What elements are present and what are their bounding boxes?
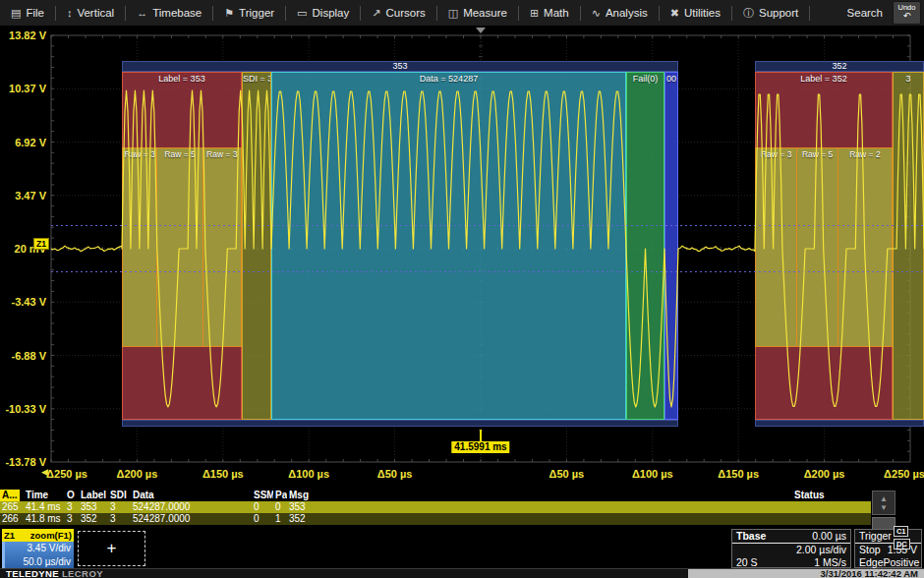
table-header-cell[interactable]: Msg [287,490,792,501]
table-cell: 266 [0,513,24,525]
menu-item-label: Utilities [684,7,721,19]
menu-item-label: Timebase [152,7,202,19]
timebase-descriptor[interactable]: Tbase 0.00 µs 2.00 µs/div 20 S 1 MS/s [731,529,851,568]
z1-time-per-div: 50.0 µs/div [5,555,71,569]
table-cell: 3 [65,513,79,525]
menu-divider [809,6,810,21]
decode-message-header-2: 352 [755,61,924,72]
decode-label-text: Label = 353 [123,74,241,84]
trigger-descriptor[interactable]: Trigger C1 DC Stop 1.55 V Edge Positive [854,529,922,568]
cursors-icon: ↗ [372,7,380,20]
measure-icon: ◫ [448,7,458,20]
menu-item-measure[interactable]: ◫Measure [437,0,518,26]
scroll-down-icon[interactable]: ▼ [880,503,888,512]
trigger-level: 1.55 V [888,544,917,556]
decode-label-text: Label = 352 [756,74,892,84]
z1-name: Z1 [4,529,15,542]
table-cell: 0 [252,513,273,525]
trigger-time-tick [480,430,482,441]
axis-start-arrow-icon: ◀ [41,467,48,477]
menu-item-label: Analysis [606,7,648,19]
v-axis-label: -13.78 V [0,456,46,468]
table-cell: 1 [273,513,287,525]
v-axis-label: 10.37 V [0,83,46,94]
menu-item-label: Vertical [77,7,114,19]
table-cell: 3 [108,513,131,525]
z1-descriptor-body: 3.45 V/div 50.0 µs/div [2,542,74,568]
add-trace-button[interactable]: + [78,531,145,566]
trigger-position-marker [476,28,486,33]
math-icon: ⊞ [530,7,539,20]
raw-value: Raw = 2 [838,149,892,159]
menu-item-label: Measure [463,7,507,19]
table-header-cell[interactable]: SSM [252,490,273,501]
vertical-icon: ↕ [67,7,73,19]
h-axis-label: Δ150 µs [718,468,759,480]
decode-message-footer-1 [122,420,678,427]
table-cell: 265 [0,501,24,513]
menu-item-trigger[interactable]: ⚑Trigger [213,0,285,26]
menu-item-analysis[interactable]: ∿Analysis [581,0,659,26]
raw-value: Raw = 3 [203,149,241,159]
menu-item-label: Cursors [385,7,425,19]
raw-value: Raw = 5 [157,149,202,159]
v-axis-label: 3.47 V [0,190,46,202]
datetime-display: 3/31/2016 11:42:42 AM [688,569,924,578]
menu-item-support[interactable]: ⓘSupport [732,0,809,26]
table-cell [792,513,871,525]
decode-ssm-text: 00 [665,74,677,84]
table-header-cell[interactable]: A... [0,490,24,501]
z1-trace-descriptor[interactable]: Z1 zoom(F1) 3.45 V/div 50.0 µs/div [2,529,74,568]
trigger-source-badge: C1 [894,526,909,537]
file-icon: ▤ [11,7,21,20]
undo-button[interactable]: Undo ↶ [893,1,921,25]
table-header-cell[interactable]: Pa [273,490,287,501]
tbase-label: Tbase [736,530,766,543]
plus-icon: + [107,539,117,558]
h-axis-label: Δ100 µs [288,468,329,480]
z1-descriptor-header: Z1 zoom(F1) [2,529,74,542]
decode-result-table: A...TimeOLabelSDIDataSSMPaMsgStatus26541… [0,490,871,525]
search-button[interactable]: Search [837,7,893,19]
table-cell: 524287.0000 [131,501,252,513]
h-axis-label: Δ50 µs [377,468,413,480]
decode-sdi-text: 3 [894,74,923,84]
decode-fail-text: Fail(0) [627,74,664,84]
table-cell: 41.4 ms [24,501,65,513]
decode-data-segment-1: Data = 524287 [271,72,626,420]
menu-item-utilities[interactable]: ✖Utilities [660,0,731,26]
decode-sdi-segment-2: 3 [893,72,924,420]
table-header-cell[interactable]: Status [792,490,871,501]
decode-message-id: 353 [392,61,407,71]
table-cell [792,501,871,513]
menu-bar: ▤File↕Vertical↔Timebase⚑Trigger▭Display↗… [0,0,924,27]
utilities-icon: ✖ [670,7,679,20]
decode-message-header-1: 353 [122,61,678,72]
table-cell: 3 [108,501,131,513]
menu-item-timebase[interactable]: ↔Timebase [126,0,212,26]
h-axis-label: Δ250 µs [46,468,87,480]
brand-primary: TELEDYNE [6,568,59,578]
menu-item-vertical[interactable]: ↕Vertical [56,0,125,26]
table-header-cell[interactable]: Data [131,490,252,501]
analysis-icon: ∿ [592,7,601,20]
table-row[interactable]: 26641.8 ms33523524287.000001352 [0,513,871,525]
menu-item-math[interactable]: ⊞Math [519,0,580,26]
table-scroll-buttons[interactable]: ▲ ▼ [872,491,895,515]
scroll-up-icon[interactable]: ▲ [880,494,888,503]
table-header-cell[interactable]: O [65,490,79,501]
h-axis-label: Δ150 µs [202,468,244,480]
table-header-cell[interactable]: Time [24,490,65,501]
table-header-cell[interactable]: SDI [108,490,131,501]
menu-item-display[interactable]: ▭Display [286,0,360,26]
display-icon: ▭ [297,7,307,20]
menu-item-cursors[interactable]: ↗Cursors [361,0,435,26]
z1-mode: zoom(F1) [30,529,72,542]
h-axis-label: Δ200 µs [804,468,845,480]
v-axis-label: -6.88 V [0,350,46,362]
decode-sdi-segment-1: SDI = 3 [242,72,271,420]
menu-item-file[interactable]: ▤File [0,0,55,26]
table-header-cell[interactable]: Label [79,490,108,501]
timebase-icon: ↔ [137,7,147,19]
table-row[interactable]: 26541.4 ms33533524287.000000353 [0,501,871,513]
